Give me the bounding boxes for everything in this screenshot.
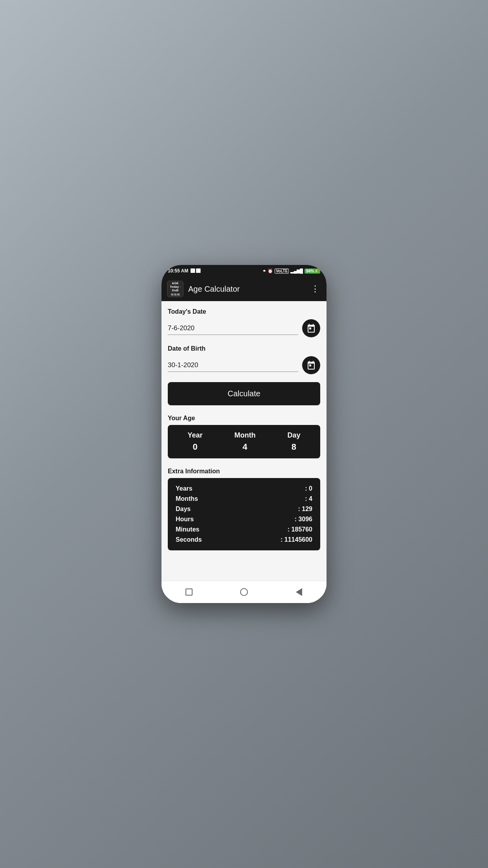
- month-value: 4: [242, 442, 247, 452]
- info-row-days: Days : 129: [176, 506, 312, 513]
- info-row-seconds: Seconds : 11145600: [176, 536, 312, 543]
- today-calendar-icon: [306, 324, 316, 333]
- square-icon: [185, 588, 193, 596]
- info-row-years: Years : 0: [176, 485, 312, 492]
- years-value: : 0: [305, 485, 312, 492]
- main-content: Today's Date Date of Birth: [161, 301, 327, 581]
- info-row-hours: Hours : 3096: [176, 516, 312, 523]
- nav-bar: [161, 581, 327, 603]
- months-key: Months: [176, 495, 215, 502]
- nav-square-button[interactable]: [183, 587, 194, 598]
- today-date-row: [168, 319, 320, 337]
- seconds-key: Seconds: [176, 536, 215, 543]
- seconds-value: : 11145600: [281, 536, 312, 543]
- battery-level: 94: [306, 269, 310, 273]
- time-display: 10:55 AM: [168, 268, 188, 274]
- lte-icon: VoLTE: [275, 268, 289, 274]
- year-header: Year: [187, 431, 202, 440]
- age-month-col: Month 4: [235, 431, 256, 452]
- bluetooth-icon: ⚭: [262, 268, 266, 274]
- notification-icons: 🅿 🅿: [191, 268, 200, 273]
- your-age-section: Your Age Year 0 Month 4 Day 8: [168, 415, 320, 458]
- birth-date-row: [168, 356, 320, 374]
- signal-icon: ▂▄▆█: [290, 268, 303, 274]
- phone-frame: 10:55 AM 🅿 🅿 ⚭ ⏰ VoLTE ▂▄▆█ 94 % ⚡ AGETo…: [161, 265, 327, 603]
- battery-percent: %: [310, 269, 314, 273]
- calculate-button[interactable]: Calculate: [168, 382, 320, 405]
- menu-button[interactable]: ⋮: [309, 282, 321, 296]
- birth-date-label: Date of Birth: [168, 345, 320, 352]
- age-box: Year 0 Month 4 Day 8: [168, 425, 320, 458]
- dot1: 25: [171, 293, 174, 296]
- years-key: Years: [176, 485, 215, 492]
- status-right: ⚭ ⏰ VoLTE ▂▄▆█ 94 % ⚡: [262, 268, 320, 274]
- dot3: 88: [177, 293, 180, 296]
- age-year-col: Year 0: [187, 431, 202, 452]
- info-row-minutes: Minutes : 185760: [176, 526, 312, 533]
- minutes-value: : 185760: [288, 526, 312, 533]
- status-bar: 10:55 AM 🅿 🅿 ⚭ ⏰ VoLTE ▂▄▆█ 94 % ⚡: [161, 265, 327, 277]
- dot2: 00: [174, 293, 177, 296]
- day-header: Day: [287, 431, 300, 440]
- birth-date-calendar-button[interactable]: [302, 356, 320, 374]
- status-left: 10:55 AM 🅿 🅿: [168, 268, 200, 274]
- charging-icon: ⚡: [314, 269, 319, 273]
- day-value: 8: [292, 442, 296, 452]
- circle-icon: [240, 588, 248, 596]
- app-icon-dots: 25 00 88: [171, 293, 180, 296]
- month-header: Month: [235, 431, 256, 440]
- nav-back-button[interactable]: [294, 587, 305, 598]
- info-row-months: Months : 4: [176, 495, 312, 502]
- app-bar: AGEToday · DoB 25 00 88 Age Calculator ⋮: [161, 277, 327, 301]
- birth-calendar-icon: [306, 360, 316, 370]
- your-age-label: Your Age: [168, 415, 320, 422]
- birth-date-section: Date of Birth: [168, 345, 320, 374]
- year-value: 0: [193, 442, 197, 452]
- extra-info-label: Extra Information: [168, 468, 320, 475]
- alarm-icon: ⏰: [268, 268, 273, 274]
- today-date-label: Today's Date: [168, 308, 320, 315]
- extra-info-box: Years : 0 Months : 4 Days : 129 Hours : …: [168, 478, 320, 550]
- minutes-key: Minutes: [176, 526, 215, 533]
- hours-key: Hours: [176, 516, 215, 523]
- today-date-input[interactable]: [168, 322, 298, 335]
- months-value: : 4: [305, 495, 312, 502]
- back-icon: [296, 588, 302, 596]
- app-icon-label: AGEToday · DoB: [167, 282, 183, 292]
- nav-home-button[interactable]: [238, 587, 250, 598]
- app-icon: AGEToday · DoB 25 00 88: [167, 281, 183, 297]
- app-title: Age Calculator: [188, 285, 305, 294]
- today-date-section: Today's Date: [168, 308, 320, 337]
- birth-date-input[interactable]: [168, 359, 298, 372]
- hours-value: : 3096: [295, 516, 312, 523]
- age-day-col: Day 8: [287, 431, 300, 452]
- days-value: : 129: [298, 506, 312, 513]
- today-date-calendar-button[interactable]: [302, 319, 320, 337]
- extra-info-section: Extra Information Years : 0 Months : 4 D…: [168, 468, 320, 550]
- battery-indicator: 94 % ⚡: [305, 268, 320, 274]
- days-key: Days: [176, 506, 215, 513]
